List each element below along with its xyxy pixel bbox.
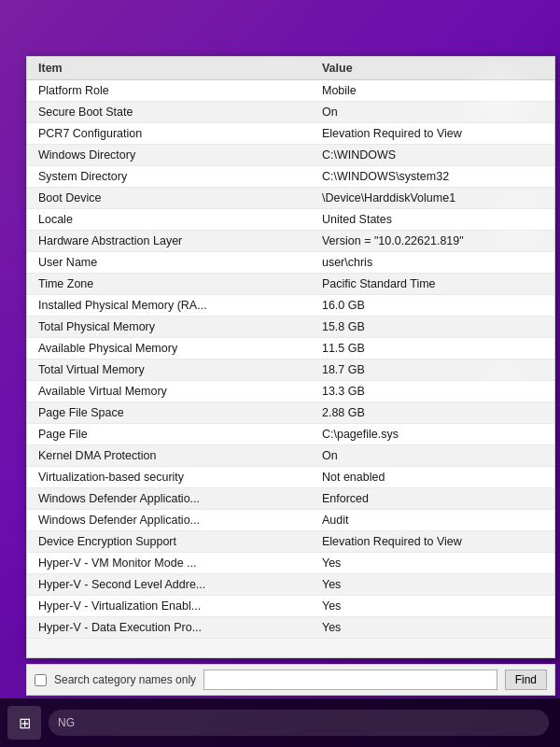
table-row: Installed Physical Memory (RA...16.0 GB: [27, 295, 554, 317]
table-row: Virtualization-based securityNot enabled: [27, 467, 554, 488]
row-value: 16.0 GB: [311, 295, 554, 317]
table-row: User Nameuser\chris: [27, 252, 554, 274]
row-item: Hyper-V - Second Level Addre...: [27, 574, 311, 596]
row-item: Virtualization-based security: [27, 467, 311, 488]
row-value: \Device\HarddiskVolume1: [311, 188, 554, 209]
row-item: PCR7 Configuration: [27, 123, 311, 145]
row-value: Enforced: [311, 488, 554, 510]
table-header-row: Item Value: [27, 57, 554, 80]
row-item: Hyper-V - Virtualization Enabl...: [27, 596, 311, 617]
row-item: System Directory: [27, 166, 311, 188]
row-item: Windows Defender Applicatio...: [27, 488, 311, 510]
table-row: Page File Space2.88 GB: [27, 402, 554, 424]
row-item: Total Physical Memory: [27, 317, 311, 338]
row-value: Not enabled: [311, 467, 554, 488]
row-value: Yes: [311, 553, 554, 574]
row-item: Total Virtual Memory: [27, 359, 311, 381]
table-row: Windows Defender Applicatio...Audit: [27, 510, 554, 531]
row-item: Windows Directory: [27, 145, 311, 166]
col-value-header: Value: [311, 57, 554, 80]
row-value: C:\WINDOWS: [311, 145, 554, 166]
table-row: Windows DirectoryC:\WINDOWS: [27, 145, 554, 166]
row-item: Installed Physical Memory (RA...: [27, 295, 311, 317]
row-value: 18.7 GB: [311, 359, 554, 381]
table-row: Page FileC:\pagefile.sys: [27, 424, 554, 445]
row-item: Hardware Abstraction Layer: [27, 231, 311, 252]
row-value: Audit: [311, 510, 554, 531]
table-row: Hyper-V - Second Level Addre...Yes: [27, 574, 554, 596]
search-bar: Search category names only Find: [26, 664, 555, 696]
row-value: Mobile: [311, 80, 554, 102]
table-row: Hyper-V - Data Execution Pro...Yes: [27, 617, 554, 639]
taskbar-search[interactable]: NG: [49, 710, 549, 736]
start-button[interactable]: ⊞: [7, 706, 41, 740]
row-value: Yes: [311, 596, 554, 617]
row-value: 11.5 GB: [311, 338, 554, 359]
msinfo-window: Item Value Platform RoleMobileSecure Boo…: [26, 56, 555, 658]
row-value: United States: [311, 209, 554, 231]
row-value: Elevation Required to View: [311, 123, 554, 145]
row-item: Page File: [27, 424, 311, 445]
row-value: user\chris: [311, 252, 554, 274]
table-row: Hyper-V - Virtualization Enabl...Yes: [27, 596, 554, 617]
table-row: LocaleUnited States: [27, 209, 554, 231]
system-info-table-container: Item Value Platform RoleMobileSecure Boo…: [27, 57, 554, 657]
row-value: Elevation Required to View: [311, 531, 554, 553]
table-row: Windows Defender Applicatio...Enforced: [27, 488, 554, 510]
table-row: Available Virtual Memory13.3 GB: [27, 381, 554, 402]
table-row: Secure Boot StateOn: [27, 102, 554, 123]
row-item: Hyper-V - VM Monitor Mode ...: [27, 553, 311, 574]
table-row: Kernel DMA ProtectionOn: [27, 445, 554, 467]
row-item: Available Virtual Memory: [27, 381, 311, 402]
row-item: Locale: [27, 209, 311, 231]
row-item: Time Zone: [27, 274, 311, 295]
taskbar: ⊞ NG: [0, 698, 560, 747]
row-value: 15.8 GB: [311, 317, 554, 338]
table-row: Hardware Abstraction LayerVersion = "10.…: [27, 231, 554, 252]
system-info-table: Item Value Platform RoleMobileSecure Boo…: [27, 57, 554, 639]
row-item: Windows Defender Applicatio...: [27, 510, 311, 531]
table-row: Time ZonePacific Standard Time: [27, 274, 554, 295]
row-item: Hyper-V - Data Execution Pro...: [27, 617, 311, 639]
table-row: Boot Device\Device\HarddiskVolume1: [27, 188, 554, 209]
table-row: Device Encryption SupportElevation Requi…: [27, 531, 554, 553]
table-row: Total Virtual Memory18.7 GB: [27, 359, 554, 381]
row-item: Page File Space: [27, 402, 311, 424]
row-item: Secure Boot State: [27, 102, 311, 123]
table-body: Platform RoleMobileSecure Boot StateOnPC…: [27, 80, 554, 639]
row-item: Platform Role: [27, 80, 311, 102]
row-item: Kernel DMA Protection: [27, 445, 311, 467]
row-value: Yes: [311, 617, 554, 639]
row-value: On: [311, 102, 554, 123]
row-item: User Name: [27, 252, 311, 274]
category-names-checkbox[interactable]: [35, 674, 47, 686]
search-checkbox-label: Search category names only: [54, 673, 196, 686]
row-value: C:\WINDOWS\system32: [311, 166, 554, 188]
find-button[interactable]: Find: [505, 669, 547, 690]
row-item: Device Encryption Support: [27, 531, 311, 553]
table-row: System DirectoryC:\WINDOWS\system32: [27, 166, 554, 188]
row-item: Available Physical Memory: [27, 338, 311, 359]
table-row: Platform RoleMobile: [27, 80, 554, 102]
table-row: Total Physical Memory15.8 GB: [27, 317, 554, 338]
row-value: C:\pagefile.sys: [311, 424, 554, 445]
row-value: 13.3 GB: [311, 381, 554, 402]
table-row: Hyper-V - VM Monitor Mode ...Yes: [27, 553, 554, 574]
row-value: 2.88 GB: [311, 402, 554, 424]
table-row: PCR7 ConfigurationElevation Required to …: [27, 123, 554, 145]
col-item-header: Item: [27, 57, 311, 80]
row-value: Version = "10.0.22621.819": [311, 231, 554, 252]
table-row: Available Physical Memory11.5 GB: [27, 338, 554, 359]
row-value: On: [311, 445, 554, 467]
row-value: Yes: [311, 574, 554, 596]
taskbar-search-text: NG: [58, 716, 75, 729]
search-input[interactable]: [203, 669, 497, 690]
row-value: Pacific Standard Time: [311, 274, 554, 295]
row-item: Boot Device: [27, 188, 311, 209]
